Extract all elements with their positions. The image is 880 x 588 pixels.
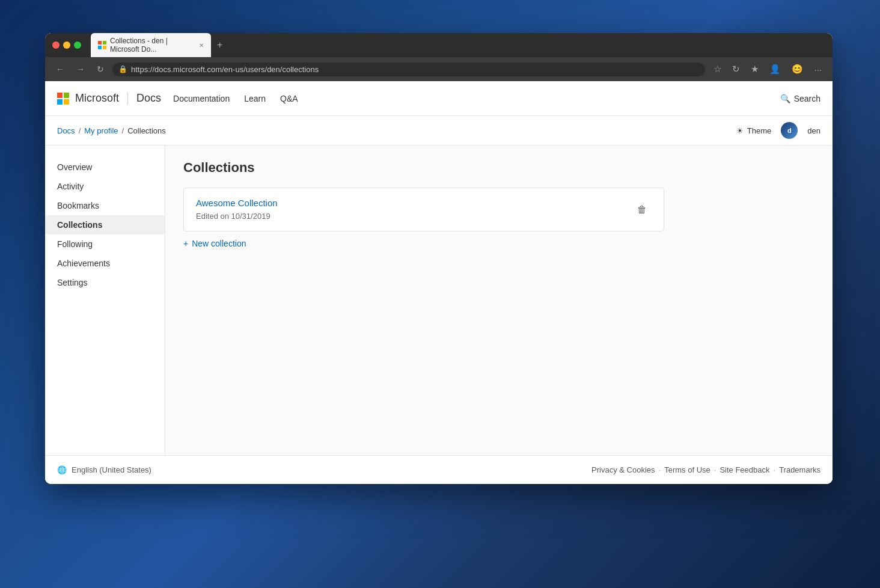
footer-dot-1: ·: [659, 465, 661, 474]
sidebar-item-following[interactable]: Following: [45, 234, 165, 254]
page-content: Microsoft Docs Documentation Learn Q&A 🔍…: [45, 81, 833, 484]
url-path: /en-us/users/den/collections: [222, 65, 319, 74]
footer-privacy[interactable]: Privacy & Cookies: [591, 465, 655, 474]
active-tab[interactable]: Collections - den | Microsoft Do... ✕: [91, 33, 211, 57]
emoji-icon[interactable]: 😊: [788, 61, 807, 77]
nav-learn[interactable]: Learn: [244, 94, 266, 103]
sidebar-item-achievements[interactable]: Achievements: [45, 254, 165, 273]
new-tab-button[interactable]: +: [213, 38, 226, 52]
main-layout: Overview Activity Bookmarks Collections …: [45, 145, 833, 455]
tab-title: Collections - den | Microsoft Do...: [110, 37, 193, 54]
close-button[interactable]: [52, 41, 60, 49]
svg-rect-3: [103, 46, 106, 49]
ms-logo: Microsoft Docs: [57, 92, 161, 105]
docs-brand-label[interactable]: Docs: [136, 92, 161, 105]
content-area: Collections Awesome Collection Edited on…: [165, 145, 833, 455]
breadcrumb-myprofile[interactable]: My profile: [84, 126, 118, 135]
search-label: Search: [794, 94, 820, 103]
site-nav: Documentation Learn Q&A: [173, 94, 768, 103]
nav-qa[interactable]: Q&A: [280, 94, 298, 103]
theme-button[interactable]: ☀ Theme: [736, 126, 771, 135]
username-label: den: [807, 126, 820, 135]
theme-label: Theme: [747, 126, 771, 135]
site-header: Microsoft Docs Documentation Learn Q&A 🔍…: [45, 81, 833, 116]
back-button[interactable]: ←: [52, 62, 68, 76]
sidebar: Overview Activity Bookmarks Collections …: [45, 145, 165, 455]
footer-trademarks[interactable]: Trademarks: [779, 465, 820, 474]
sidebar-item-bookmarks[interactable]: Bookmarks: [45, 196, 165, 215]
breadcrumb-right: ☀ Theme d den: [736, 122, 820, 139]
svg-rect-0: [98, 41, 102, 44]
page-footer: 🌐 English (United States) Privacy & Cook…: [45, 455, 833, 484]
collection-date: Edited on 10/31/2019: [196, 212, 270, 221]
footer-dot-3: ·: [774, 465, 776, 474]
ms-sq-yellow: [64, 99, 69, 105]
refresh-icon[interactable]: ↻: [729, 61, 744, 77]
trash-icon: 🗑: [637, 204, 647, 215]
breadcrumb-docs[interactable]: Docs: [57, 126, 75, 135]
sidebar-item-activity[interactable]: Activity: [45, 177, 165, 196]
new-collection-link[interactable]: + New collection: [183, 239, 814, 248]
minimize-button[interactable]: [63, 41, 70, 49]
collection-title[interactable]: Awesome Collection: [196, 198, 278, 208]
plus-icon: +: [183, 239, 188, 248]
menu-icon[interactable]: ···: [810, 62, 825, 77]
locale-label: English (United States): [72, 465, 151, 474]
ms-logo-squares: [57, 93, 69, 105]
delete-collection-button[interactable]: 🗑: [632, 202, 652, 218]
ms-sq-red: [57, 93, 63, 98]
footer-right: Privacy & Cookies · Terms of Use · Site …: [591, 465, 820, 474]
svg-rect-2: [98, 46, 102, 49]
collections-icon[interactable]: ★: [747, 61, 762, 77]
footer-feedback[interactable]: Site Feedback: [720, 465, 769, 474]
breadcrumb-sep-2: /: [122, 126, 124, 135]
sidebar-item-collections[interactable]: Collections: [45, 215, 165, 234]
maximize-button[interactable]: [74, 41, 81, 49]
reload-button[interactable]: ↻: [93, 62, 108, 76]
lock-icon: 🔒: [118, 65, 127, 73]
footer-dot-2: ·: [714, 465, 717, 474]
profile-icon[interactable]: 👤: [766, 61, 784, 77]
browser-window: Collections - den | Microsoft Do... ✕ + …: [45, 33, 833, 484]
sidebar-item-overview[interactable]: Overview: [45, 158, 165, 177]
nav-bar: ← → ↻ 🔒 https://docs.microsoft.com/en-us…: [45, 57, 833, 81]
sidebar-item-settings[interactable]: Settings: [45, 273, 165, 292]
avatar[interactable]: d: [781, 122, 798, 139]
forward-button[interactable]: →: [73, 62, 88, 76]
locale-icon: 🌐: [57, 465, 67, 474]
address-bar[interactable]: 🔒 https://docs.microsoft.com/en-us/users…: [112, 63, 705, 76]
collection-info: Awesome Collection Edited on 10/31/2019: [196, 198, 278, 221]
tab-bar: Collections - den | Microsoft Do... ✕ +: [91, 33, 825, 57]
footer-left: 🌐 English (United States): [57, 465, 151, 474]
traffic-lights: [52, 41, 81, 49]
breadcrumb: Docs / My profile / Collections: [57, 126, 166, 135]
svg-rect-1: [103, 41, 106, 44]
tab-close-icon[interactable]: ✕: [199, 42, 204, 49]
logo-divider: [127, 93, 128, 105]
ms-sq-blue: [57, 99, 63, 105]
breadcrumb-bar: Docs / My profile / Collections ☀ Theme …: [45, 116, 833, 145]
footer-terms[interactable]: Terms of Use: [664, 465, 710, 474]
tab-favicon: [98, 41, 106, 49]
search-button[interactable]: 🔍 Search: [780, 94, 820, 103]
new-collection-label: New collection: [192, 239, 246, 248]
search-icon: 🔍: [780, 94, 790, 103]
ms-brand-label[interactable]: Microsoft: [75, 92, 119, 105]
nav-actions: ☆ ↻ ★ 👤 😊 ···: [710, 61, 825, 77]
ms-sq-green: [64, 93, 69, 98]
collection-card: Awesome Collection Edited on 10/31/2019 …: [183, 188, 664, 231]
theme-icon: ☀: [736, 126, 744, 135]
breadcrumb-sep-1: /: [79, 126, 81, 135]
title-bar: Collections - den | Microsoft Do... ✕ +: [45, 33, 833, 57]
breadcrumb-current: Collections: [127, 126, 166, 135]
page-title: Collections: [183, 160, 814, 176]
avatar-initials: d: [787, 127, 792, 134]
favorites-icon[interactable]: ☆: [710, 61, 725, 77]
url-display: https://docs.microsoft.com/en-us/users/d…: [131, 65, 319, 74]
nav-documentation[interactable]: Documentation: [173, 94, 230, 103]
